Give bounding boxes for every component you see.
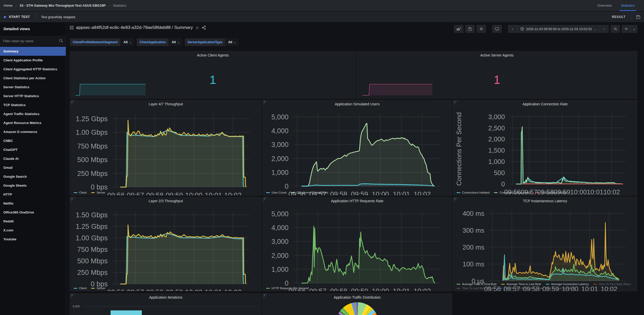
save-dashboard-icon[interactable] <box>465 25 475 33</box>
legend-item[interactable]: Client <box>74 287 87 290</box>
timeseries-chart[interactable]: 09:5609:5709:5809:5910:0010:0110:020 bps… <box>71 205 260 291</box>
filter-views-input[interactable] <box>0 36 66 46</box>
svg-text:200 ms: 200 ms <box>463 243 484 251</box>
sidebar-item-claude-ai[interactable]: Claude AI <box>0 154 66 163</box>
sidebar-item-summary[interactable]: Summary <box>0 47 66 56</box>
breadcrumb-home[interactable]: Home <box>4 4 13 7</box>
dashboard-toolbar: ⚙ ‹ 2025-11-03 09:55:50 to 2025-11-03 10… <box>454 25 637 33</box>
panel-title[interactable]: Active Server Agents <box>357 53 637 57</box>
sidebar-item-agent-traffic-statistics[interactable]: Agent Traffic Statistics <box>0 109 66 118</box>
time-shift-forward-icon[interactable]: › <box>599 25 609 33</box>
iterations-bar[interactable] <box>111 310 142 315</box>
dashboards-grid-icon[interactable] <box>70 26 73 29</box>
panel-application-connection-rate: i Application Connection Rate 09:5609:57… <box>453 100 637 196</box>
panel-title[interactable]: Active Client Agents <box>70 53 356 57</box>
dashboard-title[interactable]: appsec-a84f52df-ec6c-4e93-a32d-79ae58fde… <box>76 25 193 30</box>
sidebar-item-http[interactable]: HTTP <box>0 190 66 199</box>
save-result-icon[interactable] <box>636 15 640 19</box>
panel-title[interactable]: Application HTTP Requests Rate <box>263 199 452 203</box>
detailed-views-sidebar: Detailed views SummaryClient Application… <box>0 22 66 315</box>
sidebar-item-google-sheets[interactable]: Google Sheets <box>0 181 66 190</box>
panel-title[interactable]: Application Simulated Users <box>263 102 452 106</box>
sidebar-item-netflix[interactable]: Netflix <box>0 199 66 208</box>
legend-item[interactable]: HTTP Requests Per Second <box>266 287 309 290</box>
legend-item[interactable]: Time To Last Byte (Max) <box>457 287 494 290</box>
legend-item[interactable]: User Count <box>266 191 286 194</box>
time-range-picker[interactable]: 2025-11-03 09:55:50 to 2025-11-03 10:02:… <box>517 25 600 33</box>
legend-item[interactable]: Average Time to Last Byte <box>501 283 541 286</box>
tab-overview[interactable]: Overview <box>593 0 616 11</box>
traffic-distribution-pie[interactable] <box>335 302 379 315</box>
panel-layer47-throughput: i Layer 4/7 Throughput 09:5609:5709:5809… <box>70 100 262 196</box>
legend-item[interactable]: Average Connection Latency <box>546 283 589 286</box>
legend-item[interactable]: Server <box>91 191 105 194</box>
chevron-down-icon: ⌄ <box>177 41 180 44</box>
refresh-interval-caret-icon[interactable]: ⌄ <box>631 25 637 33</box>
filter-label[interactable]: ServerApplicationType <box>185 38 225 46</box>
sidebar-item-server-statistics[interactable]: Server Statistics <box>0 83 66 92</box>
y-axis-tick: 6,000 <box>73 305 80 308</box>
time-shift-back-icon[interactable]: ‹ <box>508 25 517 33</box>
timeseries-chart[interactable]: 09:5609:5709:5809:5910:0010:0110:0201,00… <box>264 205 450 291</box>
panel-title[interactable]: Application Traffic Distribution <box>263 295 452 299</box>
legend-item[interactable]: Connections Succeeded <box>494 191 531 194</box>
sidebar-item-amazon-e-commerce[interactable]: Amazon E-commerce <box>0 127 66 136</box>
timeseries-chart[interactable]: 09:5609:5709:5809:5910:0010:0110:0201,00… <box>264 108 450 196</box>
sidebar-item-client-application-profile[interactable]: Client Application Profile <box>0 56 66 65</box>
start-test-button[interactable]: ▶ START TEST <box>0 12 36 22</box>
sidebar-item-agent-resource-metrics[interactable]: Agent Resource Metrics <box>0 118 66 127</box>
legend-item[interactable]: Time To First Byte (Max) <box>593 283 631 286</box>
template-variable-filters: ClientProfileNetworkSegment All ⌄ Client… <box>70 38 239 46</box>
breadcrumb-test-name[interactable]: 53 - STH Gateway Mix-Throughput-Test ASU… <box>20 4 106 7</box>
svg-text:0: 0 <box>501 180 505 188</box>
app-root: Home › 53 - STH Gateway Mix-Throughput-T… <box>0 0 644 315</box>
tab-statistics[interactable]: Statistics <box>616 0 639 11</box>
kiosk-monitor-icon[interactable] <box>492 25 502 33</box>
panel-title[interactable]: Application Connection Rate <box>453 102 637 106</box>
refresh-icon[interactable]: ⟳ <box>622 25 631 33</box>
gear-icon[interactable]: ⚙ <box>477 25 486 33</box>
panel-title[interactable]: Layer 2/3 Throughput <box>70 199 261 203</box>
sidebar-item-gmail[interactable]: Gmail <box>0 163 66 172</box>
panel-application-http-requests-rate: i Application HTTP Requests Rate 09:5609… <box>262 197 452 291</box>
filter-label[interactable]: ClientProfileNetworkSegment <box>70 38 121 46</box>
sidebar-item-reddit[interactable]: Reddit <box>0 217 66 226</box>
legend-item[interactable]: Time To Last Byte (Min) <box>539 287 576 290</box>
svg-text:2,000: 2,000 <box>271 155 288 163</box>
timeseries-chart[interactable]: 09:5609:5709:5809:5910:0010:0110:0205001… <box>454 108 636 196</box>
legend-item[interactable]: Server <box>91 287 105 290</box>
panel-title[interactable]: TCP Instantaneous Latency <box>453 199 637 203</box>
result-button[interactable]: RESULT <box>610 15 628 19</box>
sidebar-item-youtube[interactable]: Youtube <box>0 235 66 244</box>
timeseries-chart[interactable]: 09:5609:5709:5809:5910:0010:0110:020 bps… <box>71 108 260 196</box>
filter-value-dropdown[interactable]: All ⌄ <box>226 38 239 46</box>
sidebar-item-office365-onedrive[interactable]: Office365 OneDrive <box>0 208 66 217</box>
filter-value-dropdown[interactable]: All ⌄ <box>169 38 182 46</box>
panel-title[interactable]: Layer 4/7 Throughput <box>70 102 261 106</box>
panel-title[interactable]: Application Iterations <box>70 295 261 299</box>
gridline <box>83 306 259 307</box>
legend-item[interactable]: Average Time to First Byte <box>457 283 497 286</box>
sidebar-item-x-com[interactable]: X.com <box>0 226 66 235</box>
sidebar-item-tcp-statistics[interactable]: TCP Statistics <box>0 100 66 109</box>
sidebar-item-cnbc[interactable]: CNBC <box>0 136 66 145</box>
filter-value-dropdown[interactable]: All ⌄ <box>121 38 134 46</box>
sidebar-item-client-aggregated-http-statistics[interactable]: Client Aggregated HTTP Statistics <box>0 65 66 74</box>
legend-item[interactable]: Connections Failed <box>536 191 566 194</box>
sidebar-item-google-search[interactable]: Google Search <box>0 172 66 181</box>
add-panel-icon[interactable] <box>454 25 463 33</box>
zoom-out-icon[interactable] <box>611 25 620 33</box>
legend-item[interactable]: Concurrent Connections <box>291 191 328 194</box>
time-range-text: 2025-11-03 09:55:50 to 2025-11-03 10:02:… <box>526 27 592 31</box>
sidebar-item-client-statistics-per-action[interactable]: Client Statistics per Action <box>0 74 66 83</box>
timeseries-chart[interactable]: 09:5609:5709:5809:5910:0010:0110:020 µs1… <box>454 205 636 291</box>
star-icon[interactable]: ☆ <box>195 25 199 30</box>
sidebar-item-server-http-statistics[interactable]: Server HTTP Statistics <box>0 92 66 100</box>
share-icon[interactable] <box>202 26 206 30</box>
filter-label[interactable]: ClientApplication <box>137 38 169 46</box>
legend-item[interactable]: Client <box>74 191 87 194</box>
legend-item[interactable]: Connections Initiated <box>457 191 489 194</box>
sidebar-item-chatgpt[interactable]: ChatGPT <box>0 145 66 154</box>
svg-text:1,500: 1,500 <box>488 147 505 154</box>
legend-item[interactable]: Time To First Byte (Min) <box>498 287 535 290</box>
